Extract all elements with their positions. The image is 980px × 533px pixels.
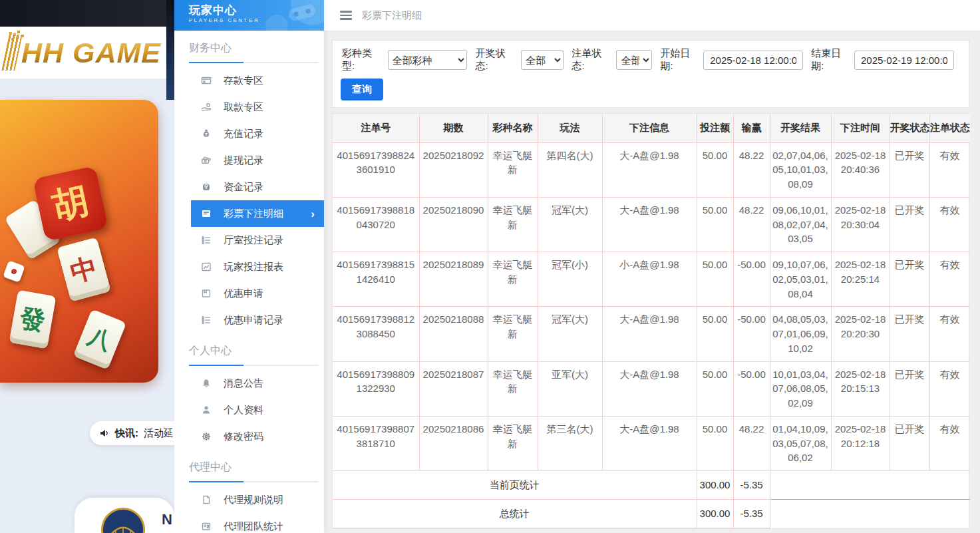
cell-issue: 20250218090	[419, 197, 488, 252]
col-bet-status: 注单状态	[929, 114, 970, 142]
cell-amount: 50.00	[697, 142, 733, 197]
sidebar-item-label: 优惠申请记录	[224, 314, 283, 327]
cell-amount: 50.00	[697, 252, 733, 307]
col-issue: 期数	[419, 114, 488, 142]
start-date-input[interactable]	[703, 51, 803, 70]
cell-result: 09,10,07,06,02,05,03,01,08,04	[770, 252, 831, 307]
cell-time: 2025-02-18 20:30:04	[831, 197, 890, 252]
end-date-input[interactable]	[854, 51, 954, 70]
bridge-icon	[108, 515, 138, 533]
col-bet-info: 下注信息	[602, 114, 697, 142]
table-row: 401569173988123088450 20250218088 幸运飞艇新 …	[333, 307, 970, 361]
sidebar-header: 玩家中心 PLAYERS CENTER	[174, 0, 324, 31]
sidebar-item-label: 个人资料	[224, 404, 263, 417]
cell-bet-no: 401569173988123088450	[333, 307, 419, 361]
sidebar-item-announcements[interactable]: 消息公告	[174, 370, 324, 397]
cell-draw-status: 已开奖	[890, 142, 929, 197]
table-row: 401569173988091322930 20250218087 幸运飞艇新 …	[333, 361, 970, 416]
cell-amount: 50.00	[697, 307, 733, 361]
cell-time: 2025-02-18 20:15:13	[831, 361, 890, 416]
mahjong-tile-zhong: 中	[57, 237, 111, 301]
sidebar-item-label: 优惠申请	[224, 287, 263, 300]
promo-apply-icon	[201, 288, 212, 299]
news-text: 活动延	[144, 427, 174, 440]
sidebar-item-change-password[interactable]: 修改密码	[174, 423, 324, 450]
sidebar-item-funds-records[interactable]: 资金记录	[174, 174, 324, 200]
funds-records-icon	[201, 182, 212, 192]
lottery-type-select[interactable]: 全部彩种	[388, 50, 468, 70]
dice-decoration	[3, 260, 25, 282]
sidebar-item-label: 提现记录	[224, 154, 263, 167]
cell-winloss: 48.22	[733, 416, 770, 470]
background-page: HH GAME 胡 中 發 八 快讯: 活动延 N	[0, 0, 174, 533]
table-header-row: 注单号 期数 彩种名称 玩法 下注信息 投注额 输赢 开奖结果 下注时间 开奖状…	[333, 114, 970, 142]
page-summary-row: 当前页统计 300.00 -5.35	[333, 471, 970, 500]
cell-result: 04,08,05,03,07,01,06,09,10,02	[770, 307, 831, 361]
bet-status-select[interactable]: 全部	[616, 50, 652, 70]
players-center-subtitle: PLAYERS CENTER	[189, 17, 324, 23]
cell-time: 2025-02-18 20:12:18	[831, 416, 890, 470]
sidebar-item-label: 厅室投注记录	[224, 234, 283, 247]
mahjong-banner-image: 胡 中 發 八	[0, 100, 158, 383]
sidebar-item-lottery-bet-details[interactable]: 彩票下注明细 ›	[191, 200, 324, 227]
cell-play: 亚军(大)	[538, 361, 602, 416]
summary-amount: 300.00	[697, 471, 733, 500]
promo-records-icon	[201, 315, 212, 325]
sidebar-item-deposit[interactable]: 存款专区	[174, 67, 324, 94]
sidebar-item-withdraw[interactable]: 取款专区	[174, 94, 324, 120]
mahjong-tile-ba: 八	[73, 309, 126, 369]
main-content: 彩票下注明细 彩种类型: 全部彩种 开奖状态: 全部 注单状态:	[324, 0, 980, 533]
col-result: 开奖结果	[770, 114, 831, 142]
section-divider	[189, 365, 319, 366]
cell-bet-status: 有效	[929, 361, 970, 416]
cell-lottery-name: 幸运飞艇新	[488, 252, 538, 307]
cell-bet-status: 有效	[929, 142, 970, 197]
draw-status-select[interactable]: 全部	[521, 50, 564, 70]
sidebar-item-profile[interactable]: 个人资料	[174, 397, 324, 423]
query-button[interactable]: 查询	[341, 79, 383, 100]
sidebar-item-recharge-records[interactable]: 充值记录	[174, 120, 324, 147]
withdraw-icon	[201, 102, 212, 112]
news-label: 快讯:	[115, 427, 138, 440]
cell-result: 02,07,04,06,05,10,01,03,08,09	[770, 142, 831, 197]
deposit-icon	[201, 75, 212, 86]
sidebar-item-promo-records[interactable]: 优惠申请记录	[174, 307, 324, 333]
cell-amount: 50.00	[697, 416, 733, 470]
site-logo: HH GAME	[0, 27, 166, 79]
cell-bet-status: 有效	[929, 416, 970, 470]
club-name-letter: N	[162, 511, 172, 528]
menu-toggle-icon[interactable]	[340, 11, 352, 20]
sidebar-item-label: 修改密码	[224, 431, 263, 443]
col-lottery-name: 彩种名称	[488, 114, 538, 142]
person-icon	[201, 405, 212, 415]
cell-result: 09,06,10,01,08,02,07,04,03,05	[770, 197, 831, 252]
sidebar-item-label: 资金记录	[224, 181, 263, 194]
sidebar-item-promo-apply[interactable]: 优惠申请	[174, 280, 324, 307]
sidebar-item-hall-bet-records[interactable]: 厅室投注记录	[174, 227, 324, 254]
cell-issue: 20250218092	[419, 142, 488, 197]
col-time: 下注时间	[831, 114, 890, 142]
cell-bet-no: 401569173988243601910	[333, 142, 419, 197]
bell-icon	[201, 378, 212, 389]
cell-bet-info: 大-A盘@1.98	[602, 197, 697, 252]
bet-details-table: 注单号 期数 彩种名称 玩法 下注信息 投注额 输赢 开奖结果 下注时间 开奖状…	[332, 113, 969, 529]
cell-play: 冠军(小)	[538, 252, 602, 307]
table-row: 401569173988243601910 20250218092 幸运飞艇新 …	[333, 142, 970, 197]
section-divider	[189, 62, 319, 63]
sidebar-item-agent-team-stats[interactable]: 代理团队统计	[174, 513, 324, 533]
sidebar-item-player-bet-report[interactable]: 玩家投注报表	[174, 254, 324, 280]
cell-winloss: -50.00	[733, 307, 770, 361]
sidebar-item-withdrawal-records[interactable]: 提现记录	[174, 147, 324, 174]
section-personal: 个人中心	[174, 344, 324, 366]
summary-winloss: -5.35	[733, 499, 770, 528]
page-title: 彩票下注明细	[362, 9, 422, 22]
cell-bet-info: 小-A盘@1.98	[602, 252, 697, 307]
summary-empty	[770, 499, 970, 528]
withdrawal-records-icon	[201, 155, 212, 166]
mahjong-ribbon: 胡	[33, 166, 108, 242]
cell-lottery-name: 幸运飞艇新	[488, 307, 538, 361]
cell-bet-info: 大-A盘@1.98	[602, 416, 697, 470]
sidebar-item-agent-rules[interactable]: 代理规则说明	[174, 486, 324, 513]
summary-empty	[770, 471, 970, 500]
lottery-type-label: 彩种类型:	[342, 47, 384, 73]
